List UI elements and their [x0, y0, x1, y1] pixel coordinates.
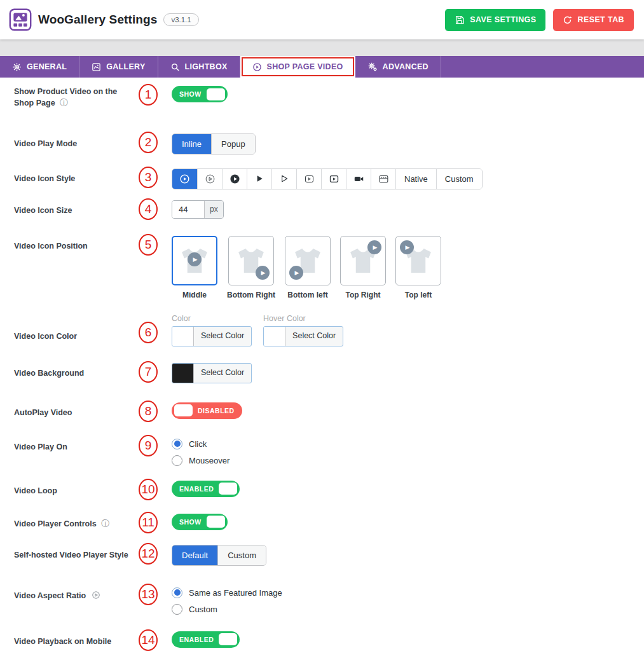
color-field-label: Color [172, 314, 252, 323]
tab-shop-page-video[interactable]: SHOP PAGE VIDEO [240, 56, 355, 78]
gears-icon [367, 62, 378, 72]
annotation-number: 14 [139, 629, 158, 651]
position-card-bottom-right[interactable]: ▶ [228, 236, 274, 285]
setting-row-player-style: Self-hosted Video Player Style 12 Defaul… [14, 545, 644, 566]
toggle-knob [219, 483, 237, 495]
icon-hover-color-picker[interactable]: Select Color [263, 326, 343, 346]
woogallery-logo-icon [9, 8, 32, 31]
radio-click[interactable]: Click [172, 439, 644, 449]
play-circle-icon [252, 62, 262, 72]
film-icon[interactable] [371, 169, 395, 189]
setting-row-video-icon-style: Video Icon Style 3 [14, 168, 644, 189]
reset-refresh-icon [563, 15, 572, 25]
position-card-top-left[interactable]: ▶ [395, 236, 441, 285]
position-label: Bottom left [287, 291, 327, 299]
setting-label: Video Aspect Ratio [14, 586, 139, 601]
play-circle-outline-icon[interactable] [197, 169, 222, 189]
play-badge-icon: ▶ [400, 240, 414, 254]
aspect-ratio-radios: Same as Featured Image Custom [172, 586, 644, 615]
play-badge-icon: ▶ [289, 266, 303, 280]
icon-style-custom-button[interactable]: Custom [436, 169, 482, 189]
annotation-number: 7 [139, 361, 158, 383]
setting-label: Video Background [14, 363, 139, 379]
play-circle-filled-icon[interactable] [222, 169, 247, 189]
reset-tab-label: RESET TAB [577, 15, 624, 24]
radio-label: Custom [189, 605, 217, 614]
setting-row-video-play-mode: Video Play Mode 2 Inline Popup [14, 134, 644, 154]
radio-label: Click [189, 439, 207, 449]
save-settings-button[interactable]: SAVE SETTINGS [445, 9, 545, 31]
save-settings-label: SAVE SETTINGS [470, 15, 536, 24]
tab-general-label: GENERAL [27, 62, 67, 71]
radio-label: Same as Featured Image [189, 588, 282, 598]
color-swatch [172, 327, 194, 346]
floppy-disk-icon [455, 15, 465, 25]
icon-style-native-button[interactable]: Native [395, 169, 436, 189]
page-title: WooGallery Settings [38, 13, 157, 27]
gallery-icon [92, 62, 101, 72]
video-background-color-picker[interactable]: Select Color [172, 363, 252, 383]
position-card-middle[interactable]: ▶ [172, 236, 217, 285]
tab-general[interactable]: GENERAL [0, 56, 79, 78]
position-label: Top left [405, 291, 432, 299]
radio-mouseover[interactable]: Mouseover [172, 455, 644, 466]
info-icon[interactable]: ⓘ [60, 98, 68, 107]
video-play-mode-group: Inline Popup [172, 134, 256, 154]
gear-icon [12, 62, 22, 72]
player-style-default-button[interactable]: Default [172, 545, 217, 565]
icon-color-picker[interactable]: Select Color [172, 326, 252, 346]
reset-tab-button[interactable]: RESET TAB [553, 9, 634, 31]
annotation-number: 12 [139, 543, 158, 565]
play-mode-popup-button[interactable]: Popup [211, 134, 255, 154]
setting-label: Video Playback on Mobile [14, 631, 139, 647]
tab-gallery-label: GALLERY [106, 62, 145, 71]
video-loop-toggle[interactable]: ENABLED [172, 481, 240, 497]
video-player-controls-toggle[interactable]: SHOW [172, 514, 228, 530]
position-card-top-right[interactable]: ▶ [340, 236, 386, 285]
color-swatch [264, 327, 285, 346]
play-mode-inline-button[interactable]: Inline [172, 134, 211, 154]
position-card-bottom-left[interactable]: ▶ [285, 236, 331, 285]
version-badge: v3.1.1 [163, 13, 198, 26]
select-color-button[interactable]: Select Color [194, 364, 251, 383]
tab-lightbox[interactable]: LIGHTBOX [158, 56, 240, 78]
play-square-outline-icon[interactable] [296, 169, 321, 189]
annotation-number: 6 [139, 322, 158, 343]
radio-button-icon [172, 455, 182, 466]
video-camera-icon[interactable] [346, 169, 371, 189]
setting-label: Video Play Mode [14, 134, 139, 149]
setting-label: Video Play On [14, 437, 139, 453]
tab-gallery[interactable]: GALLERY [79, 56, 158, 78]
annotation-number: 4 [139, 198, 158, 220]
annotation-number: 5 [139, 234, 158, 256]
select-color-button[interactable]: Select Color [194, 327, 251, 346]
play-circle-duotone-icon[interactable] [172, 169, 197, 189]
play-badge-icon: ▶ [188, 252, 202, 266]
video-icon-size-input[interactable] [172, 201, 204, 218]
video-playback-mobile-toggle[interactable]: ENABLED [172, 631, 240, 648]
video-help-play-icon[interactable] [92, 591, 100, 600]
player-style-custom-button[interactable]: Custom [217, 545, 266, 565]
info-icon[interactable]: ⓘ [101, 519, 109, 528]
setting-label: Self-hosted Video Player Style [14, 545, 139, 561]
play-triangle-filled-icon[interactable] [247, 169, 271, 189]
play-square-filled-icon[interactable] [321, 169, 346, 189]
header-divider-band [0, 39, 644, 56]
annotation-number: 2 [139, 132, 158, 153]
annotation-number: 10 [139, 479, 158, 500]
magnifier-icon [170, 62, 180, 72]
select-color-button[interactable]: Select Color [285, 327, 343, 346]
show-product-video-toggle[interactable]: SHOW [172, 86, 228, 102]
play-triangle-outline-icon[interactable] [271, 169, 296, 189]
play-badge-icon: ▶ [367, 240, 381, 254]
radio-same-as-featured-image[interactable]: Same as Featured Image [172, 587, 644, 598]
tab-advanced[interactable]: ADVANCED [355, 56, 441, 78]
autoplay-video-toggle[interactable]: DISABLED [172, 402, 242, 419]
toggle-state-label: ENABLED [174, 636, 219, 643]
video-icon-size-field: px [172, 200, 224, 219]
setting-row-video-icon-position: Video Icon Position 5 ▶ Middle ▶ Bottom … [14, 236, 644, 299]
app-header: WooGallery Settings v3.1.1 SAVE SETTINGS… [0, 0, 644, 39]
setting-row-show-product-video: Show Product Video on the Shop Page ⓘ 1 … [14, 86, 644, 109]
setting-label: AutoPlay Video [14, 402, 139, 418]
radio-custom-aspect[interactable]: Custom [172, 604, 644, 615]
